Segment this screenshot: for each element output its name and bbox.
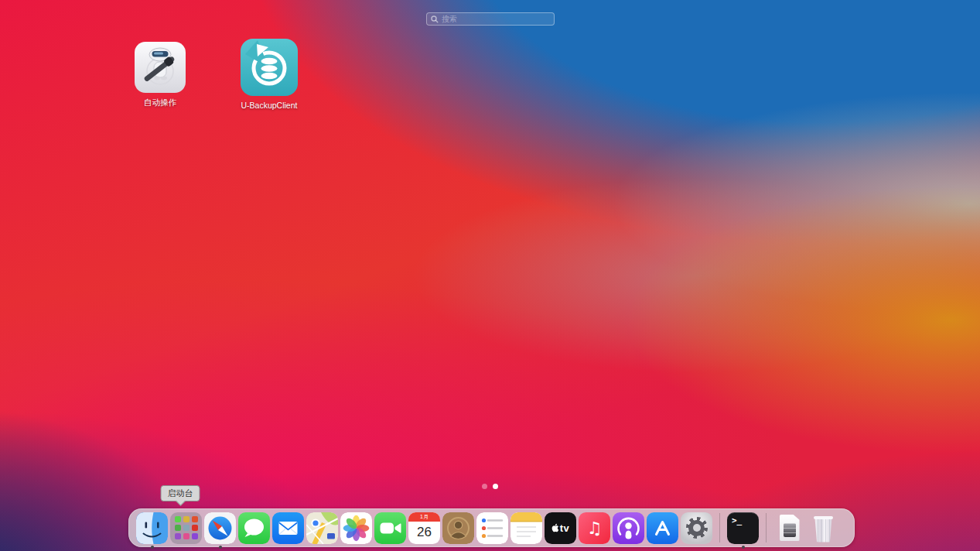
trash-icon xyxy=(808,512,839,544)
facetime-icon xyxy=(374,512,406,544)
appstore-icon xyxy=(647,512,678,544)
dock-item-finder[interactable] xyxy=(136,512,168,544)
page-dot-1[interactable] xyxy=(482,484,487,489)
dock-item-contacts[interactable] xyxy=(442,512,474,544)
maps-icon xyxy=(306,512,338,544)
dock-tooltip-label: 启动台 xyxy=(168,488,193,498)
dock-item-maps[interactable] xyxy=(306,512,338,544)
launchpad-screen: 自动操作 U-BackupClient 启动台 xyxy=(0,0,980,551)
page-dots xyxy=(482,484,498,489)
search-icon xyxy=(431,15,439,23)
notes-icon xyxy=(510,512,542,544)
dock-separator xyxy=(766,513,767,542)
mail-icon xyxy=(272,512,304,544)
dock-item-messages[interactable] xyxy=(238,512,270,544)
dock-item-photos[interactable] xyxy=(340,512,372,544)
dock-separator xyxy=(719,513,720,542)
launchpad-icon xyxy=(170,512,202,544)
running-indicator xyxy=(151,546,154,549)
dock-item-calendar[interactable]: 1月 26 xyxy=(408,512,440,544)
safari-icon xyxy=(204,512,236,544)
dock-item-trash[interactable] xyxy=(808,512,839,544)
dock-tooltip: 启动台 xyxy=(161,485,200,501)
terminal-icon: >_ xyxy=(727,512,759,544)
app-label-u-backupclient: U-BackupClient xyxy=(241,101,298,110)
tv-icon: tv xyxy=(545,512,576,544)
dock: 1月 26 xyxy=(128,508,855,547)
dock-item-mail[interactable] xyxy=(272,512,304,544)
app-label-automator: 自动操作 xyxy=(144,98,176,108)
podcasts-icon xyxy=(613,512,644,544)
dock-item-notes[interactable] xyxy=(510,512,542,544)
dock-item-facetime[interactable] xyxy=(374,512,406,544)
system-preferences-icon xyxy=(681,512,712,544)
dock-item-appstore[interactable] xyxy=(647,512,678,544)
running-indicator xyxy=(742,546,745,549)
messages-icon xyxy=(238,512,270,544)
page-dot-2-active[interactable] xyxy=(493,484,498,489)
dock-item-podcasts[interactable] xyxy=(613,512,644,544)
calendar-day-label: 26 xyxy=(408,522,440,544)
contacts-icon xyxy=(442,512,474,544)
music-icon: ♫ xyxy=(579,512,610,544)
calendar-month-label: 1月 xyxy=(408,512,440,522)
app-tile-automator[interactable]: 自动操作 xyxy=(121,42,199,108)
automator-icon xyxy=(135,42,186,93)
terminal-prompt-glyph: >_ xyxy=(732,515,742,525)
apple-logo-icon xyxy=(551,523,559,532)
dock-item-document[interactable] xyxy=(773,512,805,544)
u-backupclient-icon xyxy=(241,39,298,96)
running-indicator xyxy=(219,546,222,549)
dock-item-safari[interactable] xyxy=(204,512,236,544)
dock-item-reminders[interactable] xyxy=(476,512,508,544)
dock-item-music[interactable]: ♫ xyxy=(579,512,610,544)
search-field[interactable] xyxy=(426,12,555,26)
finder-icon xyxy=(136,512,168,544)
photos-icon xyxy=(340,512,372,544)
document-icon xyxy=(773,512,805,544)
search-input[interactable] xyxy=(439,15,550,23)
app-tile-u-backupclient[interactable]: U-BackupClient xyxy=(234,39,304,110)
tv-label: tv xyxy=(560,522,570,534)
dock-item-system-preferences[interactable] xyxy=(681,512,712,544)
dock-item-launchpad[interactable] xyxy=(170,512,202,544)
calendar-icon: 1月 26 xyxy=(408,512,440,544)
music-note-glyph: ♫ xyxy=(587,518,603,538)
reminders-icon xyxy=(476,512,508,544)
dock-item-tv[interactable]: tv xyxy=(545,512,576,544)
dock-item-terminal[interactable]: >_ xyxy=(727,512,759,544)
